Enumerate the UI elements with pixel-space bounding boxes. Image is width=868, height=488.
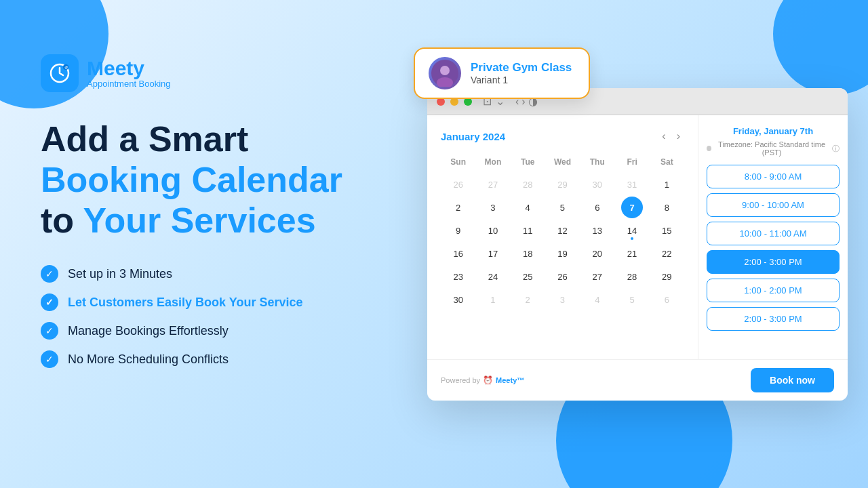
cal-day[interactable]: 20 bbox=[587, 243, 608, 264]
timeslots-timezone: Timezone: Pacific Standard time (PST) ⓘ bbox=[707, 140, 840, 157]
cal-day[interactable]: 30 bbox=[587, 174, 608, 195]
logo-icon: ↺ bbox=[41, 54, 79, 92]
calendar-month: January 2024 bbox=[441, 131, 505, 142]
cal-day-selected[interactable]: 7 bbox=[621, 197, 643, 218]
timeslot-button-5[interactable]: 1:00 - 2:00 PM bbox=[707, 279, 840, 302]
meety-logo-small: ⏰ bbox=[483, 375, 493, 385]
cal-week-5: 23 24 25 26 27 28 29 bbox=[441, 266, 684, 287]
timeslots-date: Friday, January 7th bbox=[707, 126, 840, 136]
cal-day[interactable]: 10 bbox=[482, 220, 504, 241]
cal-day[interactable]: 5 bbox=[551, 197, 573, 218]
cal-day[interactable]: 18 bbox=[517, 243, 538, 264]
cal-day[interactable]: 21 bbox=[621, 243, 643, 264]
feature-4: ✓ No More Scheduling Conflicts bbox=[41, 350, 380, 368]
cal-day[interactable]: 15 bbox=[656, 220, 677, 241]
cal-day[interactable]: 24 bbox=[482, 266, 504, 287]
cal-day[interactable]: 25 bbox=[517, 266, 538, 287]
cal-day[interactable]: 27 bbox=[482, 174, 504, 195]
timeslot-button-4[interactable]: 2:00 - 3:00 PM bbox=[707, 250, 840, 274]
calendar-next-button[interactable]: › bbox=[673, 129, 684, 144]
cal-day[interactable]: 29 bbox=[551, 174, 573, 195]
cal-day[interactable]: 12 bbox=[551, 220, 573, 241]
cal-day[interactable]: 5 bbox=[621, 289, 643, 310]
headline-line3-plain: to bbox=[41, 201, 83, 240]
cal-day[interactable]: 4 bbox=[587, 289, 608, 310]
cal-day[interactable]: 19 bbox=[551, 243, 573, 264]
check-icon-4: ✓ bbox=[41, 350, 58, 368]
calendar-grid: Sun Mon Tue Wed Thu Fri Sat 26 27 28 bbox=[441, 155, 684, 310]
dow-tue: Tue bbox=[511, 155, 545, 169]
timeslot-button-2[interactable]: 9:00 - 10:00 AM bbox=[707, 193, 840, 217]
cal-day[interactable]: 1 bbox=[656, 174, 677, 195]
cal-day[interactable]: 30 bbox=[448, 289, 469, 310]
feature-2: ✓ Let Customers Easily Book Your Service bbox=[41, 293, 380, 311]
timeslot-button-1[interactable]: 8:00 - 9:00 AM bbox=[707, 165, 840, 188]
logo-subtitle: Appointment Booking bbox=[87, 79, 171, 89]
timeslot-button-6[interactable]: 2:00 - 3:00 PM bbox=[707, 307, 840, 331]
left-panel: ↺ Meety Appointment Booking Add a Smart … bbox=[41, 54, 380, 368]
service-avatar bbox=[429, 57, 461, 89]
cal-day[interactable]: 31 bbox=[621, 174, 643, 195]
cal-week-3: 9 10 11 12 13 14 15 bbox=[441, 220, 684, 241]
book-now-button[interactable]: Book now bbox=[751, 368, 834, 392]
cal-day[interactable]: 17 bbox=[482, 243, 504, 264]
tz-dot-icon bbox=[707, 146, 711, 151]
features-list: ✓ Set up in 3 Minutes ✓ Let Customers Ea… bbox=[41, 265, 380, 368]
headline: Add a Smart Booking Calendar to Your Ser… bbox=[41, 119, 380, 241]
feature-1-text: Set up in 3 Minutes bbox=[68, 267, 172, 281]
timeslots-panel: Friday, January 7th Timezone: Pacific St… bbox=[698, 115, 848, 359]
cal-day[interactable]: 6 bbox=[656, 289, 677, 310]
check-icon-2: ✓ bbox=[41, 293, 58, 311]
headline-line1: Add a Smart bbox=[41, 119, 248, 159]
service-card: Private Gym Class Variant 1 bbox=[414, 47, 590, 99]
dow-sun: Sun bbox=[441, 155, 475, 169]
cal-day[interactable]: 9 bbox=[448, 220, 469, 241]
cal-day[interactable]: 28 bbox=[621, 266, 643, 287]
svg-point-4 bbox=[440, 66, 450, 75]
cal-day[interactable]: 26 bbox=[448, 174, 469, 195]
powered-by: Powered by ⏰ Meety™ bbox=[441, 375, 524, 385]
cal-day[interactable]: 26 bbox=[551, 266, 573, 287]
calendar-nav: ‹ › bbox=[658, 129, 684, 144]
timezone-text: Timezone: Pacific Standard time (PST) bbox=[714, 140, 829, 157]
cal-day[interactable]: 29 bbox=[656, 266, 677, 287]
cal-day-dot[interactable]: 14 bbox=[621, 220, 643, 241]
cal-day[interactable]: 3 bbox=[482, 197, 504, 218]
logo-text: Meety Appointment Booking bbox=[87, 58, 171, 89]
powered-by-text: Powered by bbox=[441, 376, 480, 384]
cal-day[interactable]: 6 bbox=[587, 197, 608, 218]
cal-day[interactable]: 27 bbox=[587, 266, 608, 287]
cal-day[interactable]: 22 bbox=[656, 243, 677, 264]
calendar-weeks: 26 27 28 29 30 31 1 2 3 4 bbox=[441, 174, 684, 310]
cal-day[interactable]: 11 bbox=[517, 220, 538, 241]
cal-day[interactable]: 13 bbox=[587, 220, 608, 241]
booking-footer: Powered by ⏰ Meety™ Book now bbox=[427, 359, 848, 401]
cal-day[interactable]: 2 bbox=[517, 289, 538, 310]
service-variant: Variant 1 bbox=[471, 75, 572, 85]
feature-3-text: Manage Bookings Effortlessly bbox=[68, 324, 229, 338]
cal-day[interactable]: 4 bbox=[517, 197, 538, 218]
dow-thu: Thu bbox=[580, 155, 614, 169]
cal-day[interactable]: 23 bbox=[448, 266, 469, 287]
headline-line2: Booking Calendar bbox=[41, 160, 342, 199]
cal-day[interactable]: 1 bbox=[482, 289, 504, 310]
headline-line3-blue: Your Services bbox=[83, 201, 316, 240]
info-icon: ⓘ bbox=[832, 144, 840, 154]
dow-mon: Mon bbox=[475, 155, 510, 169]
cal-day[interactable]: 8 bbox=[656, 197, 677, 218]
cal-day[interactable]: 16 bbox=[448, 243, 469, 264]
dow-wed: Wed bbox=[545, 155, 580, 169]
days-of-week-row: Sun Mon Tue Wed Thu Fri Sat bbox=[441, 155, 684, 169]
logo-name: Meety bbox=[87, 58, 171, 79]
booking-widget: January 2024 ‹ › Sun Mon Tue Wed Thu Fri bbox=[427, 115, 848, 359]
cal-day[interactable]: 3 bbox=[551, 289, 573, 310]
feature-3: ✓ Manage Bookings Effortlessly bbox=[41, 322, 380, 340]
check-icon-1: ✓ bbox=[41, 265, 58, 283]
timeslot-button-3[interactable]: 10:00 - 11:00 AM bbox=[707, 222, 840, 245]
cal-day[interactable]: 2 bbox=[448, 197, 469, 218]
cal-day[interactable]: 28 bbox=[517, 174, 538, 195]
cal-week-6: 30 1 2 3 4 5 6 bbox=[441, 289, 684, 310]
logo-area: ↺ Meety Appointment Booking bbox=[41, 54, 380, 92]
calendar-prev-button[interactable]: ‹ bbox=[658, 129, 669, 144]
cal-week-2: 2 3 4 5 6 7 8 bbox=[441, 197, 684, 218]
